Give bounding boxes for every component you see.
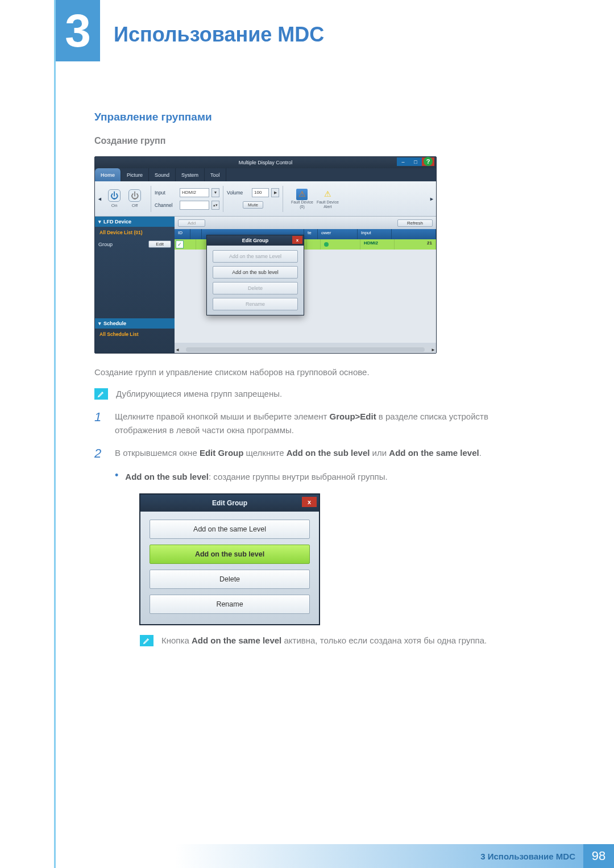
step-text: В открывшемся окне Edit Group щелкните A… [115,446,521,461]
toolbar-scroll-left-icon[interactable]: ◄ [97,196,102,202]
step-1: 1 Щелкните правой кнопкой мыши и выберит… [94,410,521,437]
volume-field[interactable]: 100 [252,188,269,197]
group-label: Group [98,242,113,247]
dialog-title: Edit Group x [140,495,319,512]
edit-group-button[interactable]: Edit [148,240,171,248]
col-input: Input [358,229,392,239]
chapter-title: Использование MDC [114,23,324,47]
lfd-device-section-header[interactable]: ▾ LFD Device [95,217,175,227]
dialog-delete-button[interactable]: Delete [150,570,310,589]
tab-picture[interactable]: Picture [121,168,149,181]
chevron-down-icon: ▾ [98,321,101,326]
channel-select[interactable] [180,201,209,210]
group-row: Group Edit [95,238,175,250]
col-power: ower [318,229,358,239]
tab-sound[interactable]: Sound [149,168,176,181]
scroll-left-icon[interactable]: ◄ [175,347,180,352]
col-te: te [304,229,318,239]
dialog-add-sub-level-button[interactable]: Add on the sub level [150,545,310,564]
step-number: 1 [94,410,105,437]
power-on-button[interactable]: ⏻ On [106,188,122,210]
refresh-button[interactable]: Refresh [397,219,433,227]
chevron-down-icon: ▾ [98,219,101,225]
fault-device-status[interactable]: ⚠ Fault Device (0) [291,189,313,209]
mute-button[interactable]: Mute [243,201,263,209]
app-title: Multiple Display Control [239,160,293,165]
note-block: Дублирующиеся имена групп запрещены. [94,388,521,400]
sub-bullet-text: Add on the sub level: создание группы вн… [125,470,521,484]
schedule-section-header[interactable]: ▾ Schedule [95,318,175,329]
separator [151,186,151,212]
input-select[interactable]: HDMI2 [180,188,209,197]
col-tail [392,229,436,239]
dialog-close-button[interactable]: x [302,497,317,507]
sub-bullet: • Add on the sub level: создание группы … [115,470,521,484]
channel-label: Channel [155,202,177,208]
dialog-rename-button[interactable]: Rename [150,595,310,614]
note-pencil-icon [94,388,108,400]
horizontal-scrollbar[interactable]: ◄ ► [175,346,436,353]
col-id: ID [175,229,190,239]
separator [283,186,283,212]
input-dropdown-icon[interactable]: ▼ [211,188,219,197]
fault-device-alert[interactable]: ⚠ Fault Device Alert [317,189,339,209]
tab-home[interactable]: Home [95,168,121,181]
popup-add-same-level-button[interactable]: Add on the same Level [213,250,298,263]
tab-tool[interactable]: Tool [205,168,226,181]
popup-title: Edit Group x [207,235,304,246]
chapter-number-badge: 3 [56,0,100,61]
left-accent-rule [54,0,56,868]
volume-label: Volume [227,190,250,196]
channel-stepper-icon[interactable]: ▴▾ [211,201,219,210]
step-2: 2 В открывшемся окне Edit Group щелкните… [94,446,521,461]
page-footer: 3 Использование MDC 98 [0,844,614,868]
scroll-right-icon[interactable]: ► [430,347,436,352]
fault-warning-icon: ⚠ [322,189,333,200]
row-checkbox[interactable]: ✓ [176,240,184,248]
dialog-add-same-level-button[interactable]: Add on the same Level [150,520,310,539]
help-icon[interactable]: ? [424,157,433,166]
add-button[interactable]: Add [178,219,205,227]
power-off-button[interactable]: ⏻ Off [127,188,143,210]
popup-delete-button[interactable]: Delete [213,282,298,294]
toolbar-scroll-right-icon[interactable]: ► [429,196,434,202]
volume-play-icon[interactable]: ▶ [271,188,279,197]
all-schedule-list-item[interactable]: All Schedule List [95,329,175,340]
edit-group-popup: Edit Group x Add on the same Level Add o… [206,235,304,315]
section-heading: Управление группами [94,111,521,123]
note-text-2: Кнопка Add on the same level активна, то… [161,635,487,645]
scroll-track[interactable] [186,347,425,352]
body-text: Создание групп и управление списком набо… [94,367,521,377]
row-input-cell: HDMI2 [360,239,395,250]
note-pencil-icon [140,635,154,646]
popup-add-sub-level-button[interactable]: Add on the sub level [213,266,298,279]
tab-system[interactable]: System [176,168,205,181]
note-block-2: Кнопка Add on the same level активна, то… [140,635,521,646]
col-blank [190,229,202,239]
app-titlebar: Multiple Display Control – □ x [95,157,436,168]
separator [223,186,223,212]
power-off-icon: ⏻ [128,189,141,202]
window-maximize-button[interactable]: □ [409,157,422,166]
input-label: Input [155,190,177,196]
step-number: 2 [94,446,105,461]
page-number: 98 [583,844,614,868]
footer-text: 3 Использование MDC [0,844,583,868]
popup-close-button[interactable]: x [292,236,302,244]
edit-group-dialog-illustration: Edit Group x Add on the same Level Add o… [140,494,320,625]
app-toolbar: ◄ ⏻ On ⏻ Off Input [95,181,436,217]
row-trailing-cell: 21 [395,239,436,250]
window-minimize-button[interactable]: – [397,157,409,166]
row-power-cell [321,239,360,250]
power-on-icon: ⏻ [108,189,121,202]
power-status-dot-icon [324,242,329,247]
mdc-app-screenshot: Multiple Display Control – □ x Home Pict… [94,156,437,354]
step-text: Щелкните правой кнопкой мыши и выберите … [115,410,521,437]
app-tabs: Home Picture Sound System Tool ? [95,168,436,181]
subsection-heading: Создание групп [94,136,521,146]
popup-rename-button[interactable]: Rename [213,298,298,310]
bullet-dot-icon: • [115,470,118,484]
fault-triangle-icon: ⚠ [296,189,308,200]
all-device-list-item[interactable]: All Device List (01) [95,227,175,238]
note-text: Дублирующиеся имена групп запрещены. [116,388,282,398]
